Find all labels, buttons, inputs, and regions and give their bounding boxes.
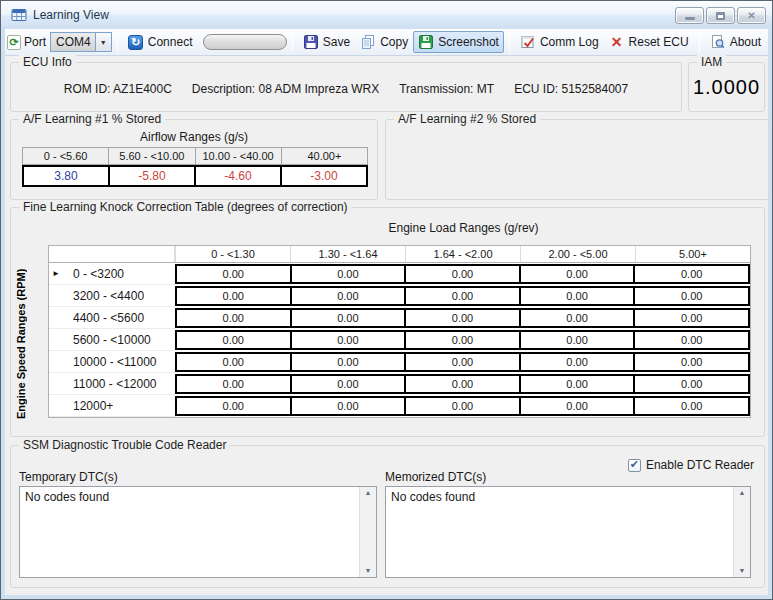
- copy-icon: [360, 34, 376, 50]
- knock-table-label: Fine Learning Knock Correction Table (de…: [19, 200, 352, 214]
- maximize-button[interactable]: [706, 7, 735, 24]
- knock-row[interactable]: 3200 - <4400 0.00 0.00 0.00 0.00 0.00: [49, 285, 750, 307]
- af1-column-header: 5.60 - <10.00: [108, 148, 194, 164]
- iam-group: IAM 1.0000: [688, 62, 765, 112]
- knock-cell: 0.00: [177, 288, 290, 304]
- knock-cell: 0.00: [404, 266, 519, 282]
- engine-load-ranges-label: Engine Load Ranges (g/rev): [176, 221, 751, 235]
- scroll-up-icon[interactable]: ▲: [365, 489, 372, 497]
- knock-row-header: 0 - <3200: [63, 263, 175, 285]
- knock-row[interactable]: 11000 - <12000 0.00 0.00 0.00 0.00 0.00: [49, 373, 750, 395]
- knock-cell: 0.00: [290, 266, 405, 282]
- af1-header-row: 0 - <5.60 5.60 - <10.00 10.00 - <40.00 4…: [22, 147, 368, 165]
- com-port-value: COM4: [51, 33, 95, 51]
- comm-log-label: Comm Log: [540, 35, 599, 49]
- scroll-down-icon[interactable]: ▼: [365, 567, 372, 575]
- scroll-up-icon[interactable]: ▲: [739, 489, 746, 497]
- temporary-dtc-textarea[interactable]: No codes found ▲ ▼: [19, 486, 377, 578]
- knock-cell: 0.00: [404, 288, 519, 304]
- temporary-dtc-text: No codes found: [20, 487, 359, 577]
- toolbar: ⟳ Port COM4 ▼ ↻ Connect Save: [5, 29, 768, 56]
- dtc-reader-group-label: SSM Diagnostic Trouble Code Reader: [19, 438, 230, 452]
- knock-column-header: 1.30 - <1.64: [290, 246, 405, 262]
- knock-row[interactable]: 5600 - <10000 0.00 0.00 0.00 0.00 0.00: [49, 329, 750, 351]
- knock-header-spacer: [49, 246, 175, 262]
- title-bar[interactable]: Learning View ✕: [1, 1, 772, 29]
- knock-cell: 0.00: [290, 398, 405, 414]
- knock-cell: 0.00: [633, 288, 748, 304]
- knock-cell: 0.00: [519, 288, 634, 304]
- af1-column-header: 0 - <5.60: [23, 148, 108, 164]
- toolbar-separator: [509, 32, 510, 52]
- af-learning-1-label: A/F Learning #1 % Stored: [19, 112, 165, 126]
- minimize-button[interactable]: [675, 7, 704, 24]
- knock-cell: 0.00: [519, 266, 634, 282]
- transmission-value: Transmission: MT: [399, 82, 494, 96]
- copy-button[interactable]: Copy: [355, 31, 413, 53]
- knock-row-header: 11000 - <12000: [63, 373, 175, 395]
- knock-table-body: ► 0 - <3200 0.00 0.00 0.00 0.00 0.00 320…: [48, 263, 751, 418]
- scrollbar[interactable]: ▲ ▼: [733, 487, 750, 577]
- scroll-down-icon[interactable]: ▼: [739, 567, 746, 575]
- about-label: About: [730, 35, 761, 49]
- app-icon: [11, 7, 27, 23]
- scrollbar[interactable]: ▲ ▼: [359, 487, 376, 577]
- connect-button[interactable]: ↻ Connect: [123, 31, 198, 53]
- knock-cell: 0.00: [177, 332, 290, 348]
- about-button[interactable]: About: [705, 31, 766, 53]
- af1-value: -4.60: [194, 167, 280, 185]
- save-button[interactable]: Save: [298, 31, 355, 53]
- comm-log-button[interactable]: Comm Log: [515, 31, 604, 53]
- knock-cell: 0.00: [177, 266, 290, 282]
- maximize-icon: [716, 12, 725, 20]
- knock-row[interactable]: 4400 - <5600 0.00 0.00 0.00 0.00 0.00: [49, 307, 750, 329]
- row-marker: [49, 307, 63, 329]
- knock-row-header: 12000+: [63, 395, 175, 417]
- af1-value: -5.80: [108, 167, 194, 185]
- knock-cell: 0.00: [404, 310, 519, 326]
- about-icon: [710, 34, 726, 50]
- knock-cell: 0.00: [404, 332, 519, 348]
- row-marker: [49, 329, 63, 351]
- knock-row[interactable]: ► 0 - <3200 0.00 0.00 0.00 0.00 0.00: [49, 263, 750, 285]
- knock-column-header: 1.64 - <2.00: [405, 246, 520, 262]
- reset-ecu-button[interactable]: ✕ Reset ECU: [604, 31, 694, 53]
- client-area: ECU Info ROM ID: AZ1E400C Description: 0…: [5, 56, 768, 595]
- minimize-icon: [685, 17, 695, 20]
- knock-column-header: 5.00+: [635, 246, 750, 262]
- knock-cell: 0.00: [290, 288, 405, 304]
- af1-value-row: 3.80 -5.80 -4.60 -3.00: [22, 165, 368, 187]
- progress-bar: [203, 34, 286, 50]
- close-button[interactable]: ✕: [737, 7, 766, 24]
- knock-cell: 0.00: [519, 354, 634, 370]
- knock-cell: 0.00: [633, 332, 748, 348]
- reset-ecu-label: Reset ECU: [629, 35, 689, 49]
- enable-dtc-label: Enable DTC Reader: [646, 458, 754, 472]
- knock-table-group: Fine Learning Knock Correction Table (de…: [10, 207, 765, 437]
- knock-row[interactable]: 10000 - <11000 0.00 0.00 0.00 0.00 0.00: [49, 351, 750, 373]
- com-port-select[interactable]: COM4 ▼: [50, 32, 112, 52]
- screenshot-button[interactable]: Screenshot: [413, 31, 504, 53]
- save-icon: [303, 34, 319, 50]
- knock-row-header: 3200 - <4400: [63, 285, 175, 307]
- dtc-reader-group: SSM Diagnostic Trouble Code Reader Tempo…: [10, 445, 765, 588]
- knock-row[interactable]: 12000+ 0.00 0.00 0.00 0.00 0.00: [49, 395, 750, 417]
- refresh-ports-icon[interactable]: ⟳: [7, 34, 21, 50]
- knock-column-header: 0 - <1.30: [175, 246, 290, 262]
- knock-cell: 0.00: [519, 332, 634, 348]
- airflow-ranges-label: Airflow Ranges (g/s): [11, 130, 377, 144]
- knock-cell: 0.00: [290, 376, 405, 392]
- knock-cell: 0.00: [633, 376, 748, 392]
- knock-cell: 0.00: [633, 354, 748, 370]
- connect-label: Connect: [148, 35, 193, 49]
- memorized-dtc-textarea[interactable]: No codes found ▲ ▼: [385, 486, 751, 578]
- chevron-down-icon[interactable]: ▼: [95, 33, 111, 51]
- af1-value: 3.80: [24, 167, 108, 185]
- enable-dtc-checkbox[interactable]: ✔: [628, 459, 641, 472]
- enable-dtc-reader[interactable]: ✔ Enable DTC Reader: [628, 458, 754, 472]
- check-icon: ✔: [630, 459, 639, 470]
- knock-cell: 0.00: [177, 376, 290, 392]
- port-label: Port: [24, 35, 46, 49]
- engine-speed-ranges-label: Engine Speed Ranges (RPM): [15, 266, 33, 422]
- knock-cell: 0.00: [519, 310, 634, 326]
